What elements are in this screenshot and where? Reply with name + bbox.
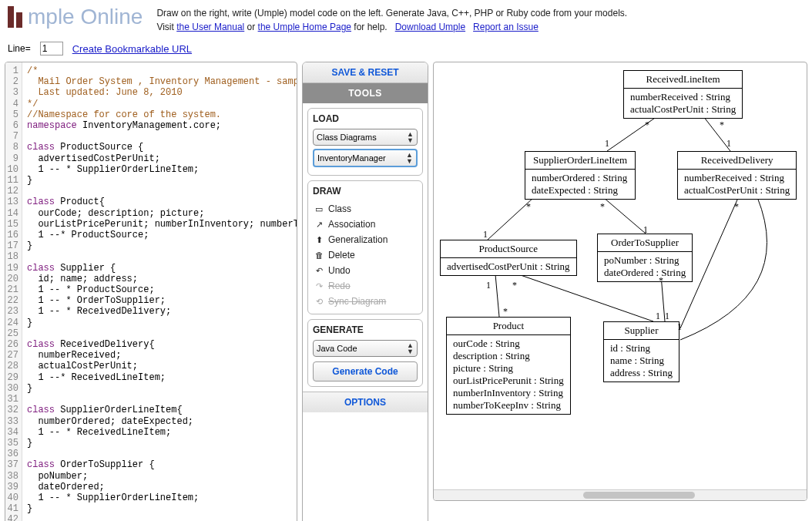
svg-line-5 <box>495 274 499 317</box>
multiplicity: * <box>600 201 605 213</box>
caret-icon: ▲▼ <box>406 152 413 164</box>
header-description: Draw on the right, write (Umple) model c… <box>156 5 627 34</box>
uml-name: ProductSource <box>441 240 576 258</box>
multiplicity: 1 <box>677 321 682 333</box>
generate-section: GENERATE Java Code▲▼ Generate Code <box>307 319 423 387</box>
multiplicity: 1 <box>486 280 491 291</box>
multiplicity: * <box>734 201 739 213</box>
multiplicity: 1 <box>605 138 609 150</box>
tools-panel: SAVE & RESET TOOLS LOAD Class Diagrams▲▼… <box>302 62 428 521</box>
draw-section: DRAW ▭Class↗Association⬆Generalization🗑D… <box>307 180 423 314</box>
generate-heading: GENERATE <box>313 324 418 335</box>
diagram-type-select[interactable]: Class Diagrams▲▼ <box>313 129 418 146</box>
t1: Visit <box>156 22 176 32</box>
multiplicity: 1 <box>665 311 669 322</box>
load-section: LOAD Class Diagrams▲▼ InventoryManager▲▼ <box>307 108 423 176</box>
logo: mple Online <box>8 5 143 29</box>
load-heading: LOAD <box>313 113 418 124</box>
multiplicity: 1 <box>483 229 488 240</box>
save-reset-button[interactable]: SAVE & RESET <box>303 62 428 83</box>
uml-attrs: numberOrdered : StringdateExpected : Str… <box>525 170 635 199</box>
line-gutter: 1234567891011121314151617181920212223242… <box>5 62 22 521</box>
t2: or <box>244 22 257 32</box>
caret-icon: ▲▼ <box>407 342 414 355</box>
header: mple Online Draw on the right, write (Um… <box>0 0 812 39</box>
draw-generalization[interactable]: ⬆Generalization <box>313 232 418 247</box>
uml-name: SupplierOrderLineItem <box>525 152 635 170</box>
header-line1: Draw on the right, write (Umple) model c… <box>156 8 627 18</box>
options-button[interactable]: OPTIONS <box>303 392 428 412</box>
gen-select-value: Java Code <box>317 344 357 353</box>
draw-association[interactable]: ↗Association <box>313 217 418 232</box>
multiplicity: * <box>645 119 649 131</box>
uml-class-ReceivedDelivery[interactable]: ReceivedDeliverynumberReceived : Stringa… <box>677 151 797 200</box>
svg-line-0 <box>607 116 657 151</box>
uml-class-ReceivedLineItem[interactable]: ReceivedLineItemnumberReceived : Stringa… <box>623 70 743 119</box>
generate-code-button[interactable]: Generate Code <box>313 361 418 382</box>
uml-name: OrderToSupplier <box>598 234 692 252</box>
subbar: Line= Create Bookmarkable URL <box>0 39 812 62</box>
uml-attrs: id : Stringname : Stringaddress : String <box>604 340 679 382</box>
home-page-link[interactable]: the Umple Home Page <box>258 22 351 32</box>
generate-lang-select[interactable]: Java Code▲▼ <box>313 340 418 357</box>
uml-class-Product[interactable]: ProductourCode : Stringdescription : Str… <box>446 317 571 415</box>
tools-header: TOOLS <box>303 83 428 103</box>
uml-attrs: poNumber : StringdateOrdered : String <box>598 252 692 281</box>
multiplicity: * <box>526 201 531 213</box>
draw-class[interactable]: ▭Class <box>313 201 418 217</box>
example-select[interactable]: InventoryManager▲▼ <box>313 149 418 167</box>
logo-icon <box>8 6 25 28</box>
uml-name: ReceivedDelivery <box>678 152 796 170</box>
logo-text: mple Online <box>28 5 143 29</box>
generalization-icon: ⬆ <box>314 235 324 245</box>
draw-undo[interactable]: ↶Undo <box>313 263 418 278</box>
diagram-scrollbar[interactable] <box>434 489 807 500</box>
uml-attrs: numberReceived : StringactualCostPerUnit… <box>678 170 796 199</box>
bookmark-link[interactable]: Create Bookmarkable URL <box>72 43 192 55</box>
line-input[interactable] <box>40 42 63 55</box>
line-label: Line= <box>8 43 31 54</box>
multiplicity: * <box>720 119 724 131</box>
uml-attrs: ourCode : Stringdescription : Stringpict… <box>447 335 570 414</box>
diagram-canvas[interactable]: ReceivedLineItemnumberReceived : Stringa… <box>433 62 807 501</box>
uml-class-Supplier[interactable]: Supplierid : Stringname : Stringaddress … <box>603 321 679 382</box>
uml-name: Product <box>447 318 570 335</box>
multiplicity: 1 <box>643 224 648 236</box>
select1-value: Class Diagrams <box>317 133 377 142</box>
multiplicity: * <box>659 275 663 287</box>
delete-icon: 🗑 <box>314 250 324 260</box>
svg-line-3 <box>603 197 646 234</box>
uml-class-SupplierOrderLineItem[interactable]: SupplierOrderLineItemnumberOrdered : Str… <box>525 151 636 200</box>
uml-name: ReceivedLineItem <box>624 71 742 89</box>
class-icon: ▭ <box>314 204 324 214</box>
redo-icon: ↷ <box>314 281 324 291</box>
uml-attrs: advertisedCostPerUnit : String <box>441 258 576 275</box>
t3: for help. <box>351 22 390 32</box>
report-issue-link[interactable]: Report an Issue <box>473 22 539 32</box>
user-manual-link[interactable]: the User Manual <box>176 22 244 32</box>
undo-icon: ↶ <box>314 266 324 276</box>
multiplicity: 1 <box>656 311 660 322</box>
uml-class-OrderToSupplier[interactable]: OrderToSupplierpoNumber : StringdateOrde… <box>597 234 693 282</box>
code-editor[interactable]: 1234567891011121314151617181920212223242… <box>5 62 297 521</box>
sync diagram-icon: ⟲ <box>314 297 324 307</box>
select2-value: InventoryManager <box>317 153 386 163</box>
caret-icon: ▲▼ <box>407 131 414 143</box>
draw-redo: ↷Redo <box>313 278 418 294</box>
multiplicity: * <box>503 306 508 318</box>
draw-heading: DRAW <box>313 186 418 197</box>
uml-name: Supplier <box>604 322 679 340</box>
association-icon: ↗ <box>314 220 324 230</box>
multiplicity: 1 <box>726 138 731 150</box>
uml-class-ProductSource[interactable]: ProductSourceadvertisedCostPerUnit : Str… <box>440 240 577 276</box>
uml-attrs: numberReceived : StringactualCostPerUnit… <box>624 89 742 118</box>
multiplicity: * <box>512 280 517 291</box>
draw-sync-diagram: ⟲Sync Diagram <box>313 294 418 309</box>
code-area[interactable]: /* Mail Order System , Inventory Managem… <box>22 62 297 521</box>
download-link[interactable]: Download Umple <box>395 22 465 32</box>
draw-delete[interactable]: 🗑Delete <box>313 247 418 263</box>
